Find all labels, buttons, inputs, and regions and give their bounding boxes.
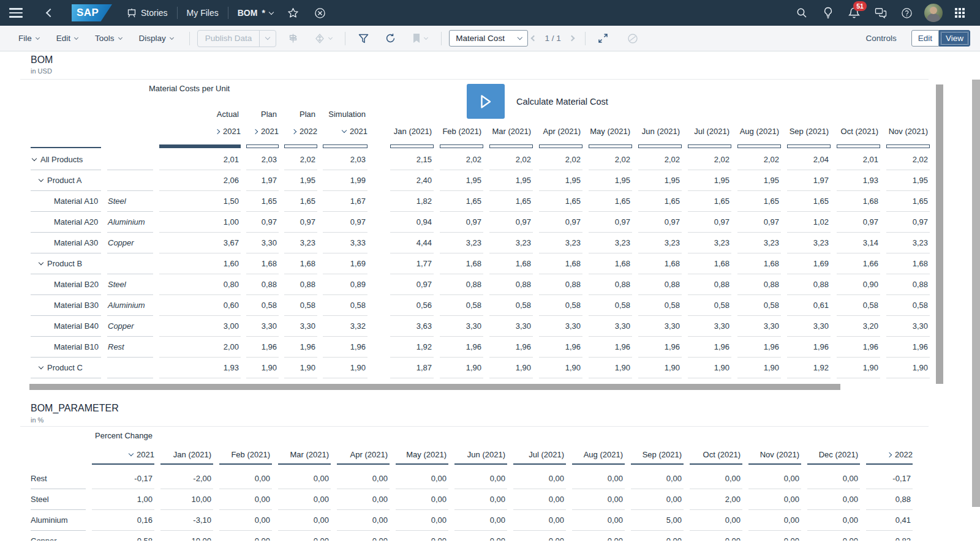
data-cell[interactable]: 0,88 (866, 489, 913, 510)
data-cell[interactable]: 0,88 (787, 274, 831, 295)
data-cell[interactable]: 3,20 (837, 316, 880, 337)
data-cell[interactable]: 0,00 (513, 468, 566, 489)
data-cell[interactable]: 3,00 (159, 316, 241, 337)
column-selection-bar[interactable] (837, 144, 880, 148)
period-header-simulation-2021[interactable]: 2021 (323, 127, 368, 136)
data-cell[interactable]: 1,90 (489, 358, 533, 378)
data-cell[interactable]: 1,96 (440, 337, 483, 358)
data-cell[interactable]: 0,97 (589, 212, 632, 233)
fullscreen-icon[interactable] (593, 29, 614, 48)
data-cell[interactable]: 1,02 (787, 212, 831, 233)
data-cell[interactable]: 1,68 (886, 253, 930, 274)
column-header-dec-2021-[interactable]: Dec (2021) (807, 450, 860, 459)
data-cell[interactable]: 10,00 (160, 531, 213, 541)
data-cell[interactable]: 0,58 (92, 531, 154, 541)
menu-edit[interactable]: Edit (56, 34, 78, 43)
data-cell[interactable]: 1,95 (688, 170, 731, 191)
row-header-product-a[interactable]: Product A (31, 170, 101, 191)
data-cell[interactable]: 1,95 (440, 170, 483, 191)
data-cell[interactable]: 1,65 (688, 191, 731, 212)
data-cell[interactable]: 0,00 (219, 489, 272, 510)
collapse-icon[interactable] (342, 128, 347, 133)
previous-page-icon[interactable] (531, 36, 537, 42)
data-cell[interactable]: 0,16 (92, 510, 154, 531)
data-cell[interactable]: 3,23 (489, 233, 533, 253)
data-cell[interactable]: 1,92 (390, 337, 434, 358)
data-cell[interactable]: 0,97 (539, 212, 582, 233)
data-cell[interactable]: 10,00 (160, 489, 213, 510)
data-cell[interactable]: 3,23 (638, 233, 682, 253)
data-cell[interactable]: 1,90 (638, 358, 682, 378)
data-cell[interactable]: 3,23 (688, 233, 731, 253)
nav-stories[interactable]: Stories (127, 8, 168, 18)
data-cell[interactable]: 2,04 (787, 149, 831, 170)
row-header-material-a20[interactable]: Material A20 (31, 212, 101, 233)
period-header-actual-2021[interactable]: 2021 (159, 127, 241, 136)
data-cell[interactable]: 0,97 (737, 212, 781, 233)
data-cell[interactable]: 1,96 (489, 337, 533, 358)
column-header-aug-2021-[interactable]: Aug (2021) (572, 450, 625, 459)
data-cell[interactable]: 0,89 (323, 274, 368, 295)
data-cell[interactable]: 0,58 (886, 295, 930, 316)
column-header-sep-2021-[interactable]: Sep (2021) (787, 127, 831, 136)
data-cell[interactable]: 0,97 (323, 212, 368, 233)
data-cell[interactable]: 2,06 (159, 170, 241, 191)
data-cell[interactable]: 1,96 (323, 337, 368, 358)
data-cell[interactable]: 3,14 (837, 233, 880, 253)
data-cell[interactable]: 0,58 (837, 295, 880, 316)
data-cell[interactable]: 3,33 (323, 233, 368, 253)
data-cell[interactable]: 0,00 (278, 489, 331, 510)
data-cell[interactable]: -2,00 (160, 468, 213, 489)
data-cell[interactable]: 0,00 (572, 468, 625, 489)
data-cell[interactable]: 2,15 (390, 149, 434, 170)
data-cell[interactable]: 0,88 (440, 274, 483, 295)
data-cell[interactable]: 0,97 (837, 212, 880, 233)
data-cell[interactable]: 0,58 (539, 295, 582, 316)
row-header-product-b[interactable]: Product B (31, 253, 101, 274)
measure-header-plan-2021[interactable]: Plan (246, 110, 279, 119)
data-cell[interactable]: 2,02 (638, 149, 682, 170)
insights-bulb-icon[interactable] (815, 0, 841, 26)
data-cell[interactable]: 1,68 (539, 253, 582, 274)
data-cell[interactable]: 3,30 (246, 316, 279, 337)
data-cell[interactable]: 1,66 (837, 253, 880, 274)
data-cell[interactable]: 1,97 (787, 170, 831, 191)
data-cell[interactable]: 1,96 (886, 337, 930, 358)
data-cell[interactable]: 1,92 (787, 358, 831, 378)
data-cell[interactable]: 3,23 (886, 233, 930, 253)
data-cell[interactable]: 1,97 (246, 170, 279, 191)
data-cell[interactable]: 1,90 (539, 358, 582, 378)
data-cell[interactable]: 1,68 (737, 253, 781, 274)
data-cell[interactable]: 0,97 (886, 212, 930, 233)
menu-icon[interactable] (9, 8, 23, 18)
data-cell[interactable]: 3,23 (539, 233, 582, 253)
expand-icon[interactable] (253, 129, 258, 133)
data-cell[interactable]: 0,00 (513, 489, 566, 510)
data-cell[interactable]: 0,00 (748, 531, 801, 541)
row-header-steel[interactable]: Steel (31, 489, 86, 510)
column-header-jun-2021-[interactable]: Jun (2021) (638, 127, 682, 136)
period-header-2022[interactable]: 2022 (866, 450, 913, 459)
data-cell[interactable]: 0,58 (323, 295, 368, 316)
column-selection-bar[interactable] (539, 144, 582, 148)
data-cell[interactable]: 2,03 (323, 149, 368, 170)
data-cell[interactable]: 0,00 (219, 531, 272, 541)
notifications-bell-icon[interactable]: 51 (841, 0, 867, 26)
data-cell[interactable]: 2,02 (589, 149, 632, 170)
row-header-copper[interactable]: Copper (31, 531, 86, 541)
column-header-jun-2021-[interactable]: Jun (2021) (454, 450, 507, 459)
data-cell[interactable]: 0,90 (837, 274, 880, 295)
data-cell[interactable]: 1,90 (323, 358, 368, 378)
data-cell[interactable]: 0,00 (278, 468, 331, 489)
data-cell[interactable]: 3,30 (589, 316, 632, 337)
expand-icon[interactable] (215, 129, 220, 133)
data-cell[interactable]: 0,88 (886, 274, 930, 295)
data-cell[interactable]: 0,00 (807, 468, 860, 489)
data-cell[interactable]: 1,65 (589, 191, 632, 212)
data-cell[interactable]: 3,30 (688, 316, 731, 337)
data-cell[interactable]: 0,00 (807, 489, 860, 510)
column-header-feb-2021-[interactable]: Feb (2021) (440, 127, 483, 136)
data-cell[interactable]: 2,02 (489, 149, 533, 170)
data-cell[interactable]: 0,58 (737, 295, 781, 316)
data-cell[interactable]: 0,82 (866, 531, 913, 541)
